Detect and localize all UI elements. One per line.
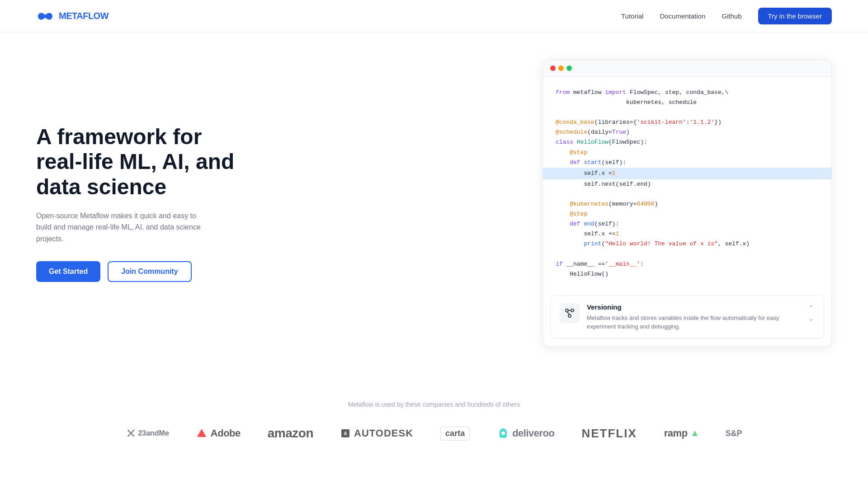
version-svg-icon [564,308,575,319]
logo-deliveroo: deliveroo [497,427,554,440]
autodesk-icon: A [340,428,350,438]
versioning-expand-button[interactable]: ⌃ [807,303,815,312]
svg-text:A: A [344,431,347,436]
window-dot-yellow [558,66,564,71]
nav-links: Tutorial Documentation Github Try in the… [621,8,832,24]
code-line [556,249,819,259]
code-body: from metaflow import FlowSpec, step, con… [543,77,831,290]
amazon-text: amazon [268,426,313,441]
versioning-description: Metaflow tracks and stores variables ins… [587,314,800,331]
metaflow-logo-icon [36,10,54,23]
logos-tagline: Metaflow is used by these companies and … [36,401,832,408]
hero-title: A framework for real-life ML, AI, and da… [36,124,235,199]
try-in-browser-button[interactable]: Try in the browser [758,8,832,24]
hero-buttons: Get Started Join Community [36,261,235,282]
logo-carta: carta [440,427,470,441]
code-line: def start(self): [556,158,819,168]
code-line: @schedule(daily=True) [556,127,819,137]
23andme-text: 23andMe [138,429,169,437]
svg-point-2 [568,314,571,317]
join-community-button[interactable]: Join Community [108,261,191,282]
get-started-button[interactable]: Get Started [36,261,100,282]
ramp-text: ramp [664,427,688,439]
versioning-collapse-button[interactable]: ⌄ [807,314,815,323]
adobe-icon [196,428,207,439]
nav-tutorial[interactable]: Tutorial [621,12,643,20]
code-line: class HelloFlow(FlowSpec): [556,137,819,147]
nav-github[interactable]: Github [722,12,741,20]
logo[interactable]: METAFLOW [36,10,108,23]
svg-marker-5 [197,429,206,437]
code-line: self.next(self.end) [556,179,819,189]
ramp-icon [691,430,698,437]
versioning-icon [560,303,580,323]
versioning-card: Versioning Metaflow tracks and stores va… [550,296,824,339]
versioning-content: Versioning Metaflow tracks and stores va… [587,303,800,331]
hero-section: A framework for real-life ML, AI, and da… [0,33,868,383]
svg-line-4 [567,312,570,314]
logo-amazon: amazon [268,426,313,441]
23andme-x-icon: ✕ [126,426,136,441]
code-line: @kubernetes(memory=64000) [556,199,819,209]
code-line [556,108,819,117]
hero-left: A framework for real-life ML, AI, and da… [36,124,235,282]
carta-text: carta [440,427,470,441]
netflix-text: NETFLIX [581,427,637,441]
code-line: @conda_base(libraries={'scikit-learn':'1… [556,117,819,127]
logos-row: ✕ 23andMe Adobe amazon A AUTODESK carta [36,426,832,441]
window-dot-green [566,66,572,71]
code-line: @step [556,209,819,219]
code-line: from metaflow import FlowSpec, step, con… [556,88,819,98]
code-line: kubernetes, schedule [556,98,819,108]
logo-sp: S&P [726,429,742,438]
logo-ramp: ramp [664,427,698,439]
adobe-text: Adobe [211,427,241,439]
logos-section: Metaflow is used by these companies and … [0,383,868,468]
hero-subtitle: Open-source Metaflow makes it quick and … [36,210,208,245]
code-line-highlighted: self.x = 1 [543,168,831,179]
code-window: from metaflow import FlowSpec, step, con… [542,60,832,347]
sp-text: S&P [726,429,742,438]
svg-point-8 [501,432,505,435]
code-line: print("Hello world! The value of x is", … [556,239,819,249]
svg-point-0 [566,309,568,312]
code-line: def end(self): [556,219,819,229]
code-line [556,189,819,199]
code-titlebar [543,60,831,77]
svg-marker-9 [692,431,698,436]
versioning-title: Versioning [587,303,800,311]
autodesk-text: AUTODESK [354,427,413,439]
code-line: self.x += 1 [556,229,819,239]
svg-point-1 [571,309,574,312]
versioning-chevrons: ⌃ ⌄ [807,303,815,323]
window-dot-red [550,66,556,71]
nav-documentation[interactable]: Documentation [660,12,705,20]
logo-adobe: Adobe [196,427,241,439]
code-line: HelloFlow() [556,269,819,279]
logo-netflix: NETFLIX [581,427,637,441]
logo-autodesk: A AUTODESK [340,427,413,439]
logo-23andme: ✕ 23andMe [126,426,169,441]
deliveroo-icon [497,427,509,440]
hero-right: from metaflow import FlowSpec, step, con… [542,60,832,347]
deliveroo-text: deliveroo [512,427,554,439]
code-line: @step [556,148,819,158]
logo-text: METAFLOW [59,11,108,21]
code-line: if __name__ == '__main__': [556,259,819,269]
